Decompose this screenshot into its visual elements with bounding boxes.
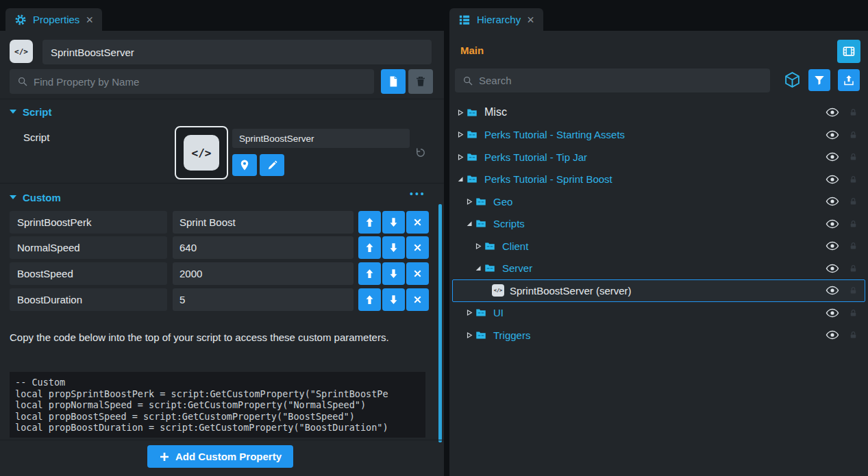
lock-icon[interactable] xyxy=(849,218,858,229)
visibility-eye-icon[interactable] xyxy=(826,284,839,297)
folder-icon xyxy=(465,129,479,140)
scene-label: Main xyxy=(460,45,484,56)
arrow-down-icon xyxy=(388,268,399,279)
lock-icon[interactable] xyxy=(849,329,858,340)
tree-row-triggers[interactable]: Triggers xyxy=(452,324,865,347)
visibility-eye-icon[interactable] xyxy=(826,128,839,142)
tree-row-server[interactable]: Server xyxy=(452,258,865,280)
visibility-eye-icon[interactable] xyxy=(826,239,839,253)
lock-icon[interactable] xyxy=(849,129,858,140)
tab-hierarchy[interactable]: Hierarchy × xyxy=(449,8,543,31)
x-icon xyxy=(412,294,423,305)
custom-property-name[interactable]: NormalSpeed xyxy=(10,236,167,259)
custom-property-name[interactable]: BoostSpeed xyxy=(10,262,167,285)
expander-expanded-icon[interactable] xyxy=(456,175,465,183)
filter-button[interactable] xyxy=(808,69,830,91)
remove-property-button[interactable] xyxy=(406,288,429,311)
tab-properties[interactable]: Properties × xyxy=(5,8,102,31)
expander-collapsed-icon[interactable] xyxy=(456,153,465,161)
tree-row-sprint-boost[interactable]: Perks Tutorial - Sprint Boost xyxy=(452,168,865,191)
expander-expanded-icon[interactable] xyxy=(464,220,474,227)
script-name-field[interactable]: SprintBoostServer xyxy=(232,129,410,148)
move-down-button[interactable] xyxy=(382,236,405,259)
visibility-eye-icon[interactable] xyxy=(826,328,839,342)
cube-icon xyxy=(784,71,801,88)
arrow-up-icon xyxy=(364,242,375,253)
custom-property-value-input[interactable] xyxy=(173,262,354,285)
folder-icon xyxy=(474,329,488,341)
move-up-button[interactable] xyxy=(358,262,381,285)
remove-property-button[interactable] xyxy=(406,262,429,285)
lock-icon[interactable] xyxy=(849,308,858,318)
visibility-eye-icon[interactable] xyxy=(826,173,839,186)
visibility-eye-icon[interactable] xyxy=(826,306,839,320)
visibility-eye-icon[interactable] xyxy=(826,195,839,208)
property-search-input[interactable] xyxy=(28,69,374,94)
lock-icon[interactable] xyxy=(849,151,858,162)
custom-property-value-input[interactable] xyxy=(173,236,354,259)
scrollbar-thumb[interactable] xyxy=(438,204,442,442)
hierarchy-search-input[interactable] xyxy=(473,68,770,92)
move-up-button[interactable] xyxy=(358,288,381,311)
tree-row-misc[interactable]: Misc xyxy=(452,101,865,124)
reset-property-button[interactable] xyxy=(414,146,427,160)
lock-icon[interactable] xyxy=(849,263,858,274)
close-icon[interactable]: × xyxy=(86,14,93,26)
lock-icon[interactable] xyxy=(849,107,858,118)
tree-row-client[interactable]: Client xyxy=(452,235,865,258)
copy-properties-button[interactable] xyxy=(381,69,406,94)
tree-row-ui[interactable]: UI xyxy=(452,302,865,325)
folder-icon xyxy=(465,107,479,118)
lock-icon[interactable] xyxy=(849,285,858,296)
lock-icon[interactable] xyxy=(849,240,858,251)
expander-collapsed-icon[interactable] xyxy=(456,131,465,138)
cinematic-button[interactable] xyxy=(837,40,860,63)
group-objects-button[interactable] xyxy=(784,71,801,88)
properties-panel: Script Script SprintBoostServer Custom •… xyxy=(0,31,444,476)
move-down-button[interactable] xyxy=(382,288,405,311)
script-asset-picker[interactable] xyxy=(175,126,228,179)
tree-row-geo[interactable]: Geo xyxy=(452,190,865,213)
remove-property-button[interactable] xyxy=(406,236,429,259)
tree-row-starting-assets[interactable]: Perks Tutorial - Starting Assets xyxy=(452,124,865,147)
custom-property-name[interactable]: SprintBoostPerk xyxy=(10,211,167,234)
overflow-menu-icon[interactable]: ••• xyxy=(410,188,426,199)
expander-collapsed-icon[interactable] xyxy=(456,109,465,116)
expander-collapsed-icon[interactable] xyxy=(473,242,483,250)
custom-property-value-input[interactable] xyxy=(173,211,354,234)
section-header-custom[interactable]: Custom xyxy=(0,189,444,205)
visibility-eye-icon[interactable] xyxy=(826,262,839,275)
close-icon[interactable]: × xyxy=(527,14,534,26)
move-down-button[interactable] xyxy=(382,211,405,234)
remove-property-button[interactable] xyxy=(406,211,429,234)
section-title: Script xyxy=(23,106,52,118)
expander-collapsed-icon[interactable] xyxy=(464,309,474,316)
tree-row-tip-jar[interactable]: Perks Tutorial - Tip Jar xyxy=(452,146,865,168)
expander-expanded-icon[interactable] xyxy=(473,264,483,272)
export-button[interactable] xyxy=(838,69,860,91)
lock-icon[interactable] xyxy=(849,174,858,185)
custom-property-name[interactable]: BoostDuration xyxy=(10,288,167,311)
tree-row-scripts[interactable]: Scripts xyxy=(452,213,865,236)
add-custom-property-button[interactable]: Add Custom Property xyxy=(147,445,293,468)
delete-properties-button[interactable] xyxy=(408,69,433,94)
find-in-project-button[interactable] xyxy=(232,154,257,176)
move-down-button[interactable] xyxy=(382,262,405,285)
custom-property-value-input[interactable] xyxy=(173,288,354,311)
lock-icon[interactable] xyxy=(849,196,858,207)
visibility-eye-icon[interactable] xyxy=(826,150,839,164)
pin-icon xyxy=(238,159,251,171)
tree-item-label: Client xyxy=(502,240,528,252)
visibility-eye-icon[interactable] xyxy=(826,105,839,119)
edit-script-button[interactable] xyxy=(260,154,284,176)
trash-icon xyxy=(414,75,427,88)
move-up-button[interactable] xyxy=(358,236,381,259)
expander-collapsed-icon[interactable] xyxy=(464,331,474,339)
tree-row-sprintboostserver[interactable]: SprintBoostServer (server) xyxy=(452,279,865,302)
custom-parameters-help-text: Copy the code below into the top of your… xyxy=(10,331,393,345)
move-up-button[interactable] xyxy=(358,211,381,234)
visibility-eye-icon[interactable] xyxy=(826,217,839,231)
object-name-input[interactable] xyxy=(42,40,432,64)
section-header-script[interactable]: Script xyxy=(0,103,444,120)
expander-collapsed-icon[interactable] xyxy=(464,198,474,205)
